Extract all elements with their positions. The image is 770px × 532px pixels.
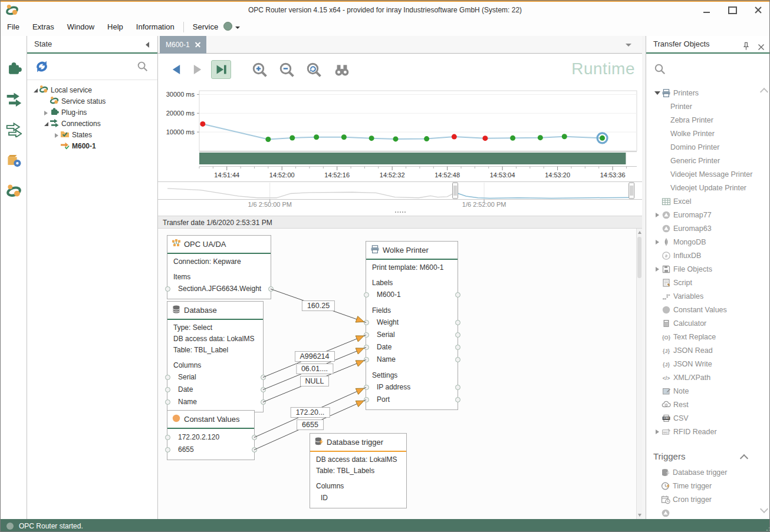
port-left[interactable] [364, 345, 369, 350]
collapse-panel-button[interactable] [146, 42, 149, 48]
tree-item-plug-ins[interactable]: Plug-ins [27, 107, 157, 118]
expander-collapsed-icon[interactable] [42, 111, 50, 115]
port-left[interactable] [165, 435, 170, 440]
tree-item-connections[interactable]: Connections [27, 118, 157, 130]
menu-extras[interactable]: Extras [26, 18, 61, 36]
runtime-chart[interactable]: 30000 ms20000 ms10000 ms14:51:4414:52:00… [158, 86, 642, 181]
find-button[interactable] [332, 60, 352, 79]
splitter-handle[interactable] [158, 208, 642, 216]
rail-plugins-button[interactable] [1, 54, 27, 84]
transfer-object-item-partial[interactable] [646, 506, 770, 519]
port-right[interactable] [261, 387, 266, 392]
transfer-object-item[interactable]: Variables [646, 289, 770, 303]
transfer-object-item[interactable]: MongoDB [646, 235, 770, 249]
scroll-up-icon[interactable] [638, 231, 641, 234]
tree-item-states[interactable]: States [27, 130, 157, 141]
diagram-scrollbar[interactable] [636, 229, 642, 519]
menu-help[interactable]: Help [101, 18, 130, 36]
trigger-item[interactable]: Database trigger [646, 465, 770, 479]
port-left[interactable] [364, 332, 369, 338]
node-wolke[interactable]: Wolke PrinterPrint template: M600-1Label… [366, 241, 458, 410]
rail-project-settings-button[interactable] [1, 146, 27, 176]
tree-item-service-status[interactable]: Service status [27, 96, 157, 107]
port-left[interactable] [165, 447, 170, 452]
port-right[interactable] [455, 292, 460, 298]
zoom-out-button[interactable] [277, 60, 297, 79]
triggers-section-header[interactable]: Triggers [646, 448, 770, 465]
refresh-button[interactable] [35, 60, 49, 76]
transfer-object-item[interactable]: Videojet Update Printer [646, 181, 770, 194]
port-right[interactable] [261, 375, 266, 380]
transfer-object-item[interactable]: Zebra Printer [646, 113, 770, 127]
expander-expanded-icon[interactable] [654, 91, 661, 95]
port-right[interactable] [455, 345, 460, 350]
expander-collapsed-icon[interactable] [654, 240, 661, 244]
node-dbtrig[interactable]: Database triggerDB access data: LokalMST… [310, 433, 407, 508]
node-opc[interactable]: OPC UA/DAConnection: KepwareItemsSection… [167, 235, 271, 299]
port-left[interactable] [165, 399, 170, 405]
transfer-object-item[interactable]: {J}JSON Write [646, 357, 770, 371]
transfer-object-item[interactable]: Printers [646, 86, 770, 100]
menu-window[interactable]: Window [61, 18, 101, 36]
tree-item-m600-1[interactable]: M600-1 [27, 141, 157, 152]
expander-collapsed-icon[interactable] [654, 429, 661, 434]
expander-collapsed-icon[interactable] [654, 267, 661, 272]
transfer-object-item[interactable]: Constant Values [646, 303, 770, 316]
transfer-object-item[interactable]: {J}JSON Read [646, 343, 770, 357]
transfer-object-item[interactable]: Excel [646, 194, 770, 208]
menu-file[interactable]: File [1, 18, 26, 36]
transfer-object-item[interactable]: RFIDRFID Reader [646, 425, 770, 438]
back-button[interactable] [166, 60, 186, 79]
port-left[interactable] [364, 397, 369, 402]
maximize-button[interactable] [726, 4, 739, 16]
tree-item-local-service[interactable]: Local service [27, 85, 157, 96]
scrollbar-thumb[interactable] [637, 237, 641, 278]
resize-grip[interactable] [766, 530, 768, 531]
search-icon[interactable] [654, 63, 666, 77]
port-right[interactable] [261, 399, 266, 405]
transfer-object-item[interactable]: Generic Printer [646, 154, 770, 167]
menu-information[interactable]: Information [130, 18, 181, 36]
expander-expanded-icon[interactable] [32, 88, 39, 92]
transfer-object-item[interactable]: Calculator [646, 316, 770, 330]
transfer-object-item[interactable]: Note [646, 384, 770, 398]
rail-template-connections-button[interactable] [1, 115, 27, 146]
transfer-object-item[interactable]: Domino Printer [646, 140, 770, 154]
port-right[interactable] [252, 435, 257, 440]
tab-list-caret[interactable] [626, 44, 631, 47]
scroll-down-icon[interactable] [638, 514, 641, 517]
trigger-item[interactable]: Time trigger [646, 479, 770, 493]
port-right[interactable] [455, 357, 460, 362]
port-right[interactable] [455, 397, 460, 402]
transfer-object-item[interactable]: RRest [646, 398, 770, 411]
transfer-object-item[interactable]: Euromap63 [646, 222, 770, 235]
tab-close-icon[interactable] [195, 42, 200, 48]
port-left[interactable] [165, 375, 170, 380]
port-left[interactable] [364, 385, 369, 390]
chart-range-navigator[interactable]: 1/6 2:50:00 PM1/6 2:52:00 PM [158, 181, 642, 208]
port-right[interactable] [455, 385, 460, 390]
rail-opc-router-home-button[interactable] [1, 176, 27, 207]
rail-connections-button[interactable] [1, 84, 27, 115]
transfer-object-item[interactable]: </>XML/XPath [646, 371, 770, 384]
port-left[interactable] [364, 292, 369, 298]
port-left[interactable] [364, 320, 369, 325]
transfer-object-item[interactable]: Wolke Printer [646, 127, 770, 140]
transfer-object-item[interactable]: Printer [646, 100, 770, 113]
forward-button[interactable] [187, 60, 208, 79]
transfer-object-item[interactable]: Script [646, 276, 770, 289]
trigger-item[interactable]: Cron trigger [646, 493, 770, 506]
port-right[interactable] [455, 320, 460, 325]
port-left[interactable] [364, 357, 369, 362]
transfer-object-item[interactable]: File Objects [646, 262, 770, 276]
expander-collapsed-icon[interactable] [654, 213, 661, 217]
port-right[interactable] [455, 332, 460, 338]
port-left[interactable] [165, 387, 170, 392]
port-right[interactable] [268, 286, 274, 292]
transfer-object-item[interactable]: {O}Text Replace [646, 330, 770, 343]
transfer-object-item[interactable]: InfluxDB [646, 249, 770, 262]
node-db[interactable]: DatabaseType: SelectDB access data: Loka… [167, 301, 264, 412]
transfer-object-item[interactable]: Videojet Message Printer [646, 167, 770, 181]
tab-m600-1[interactable]: M600-1 [160, 36, 206, 54]
zoom-in-button[interactable] [249, 60, 269, 79]
